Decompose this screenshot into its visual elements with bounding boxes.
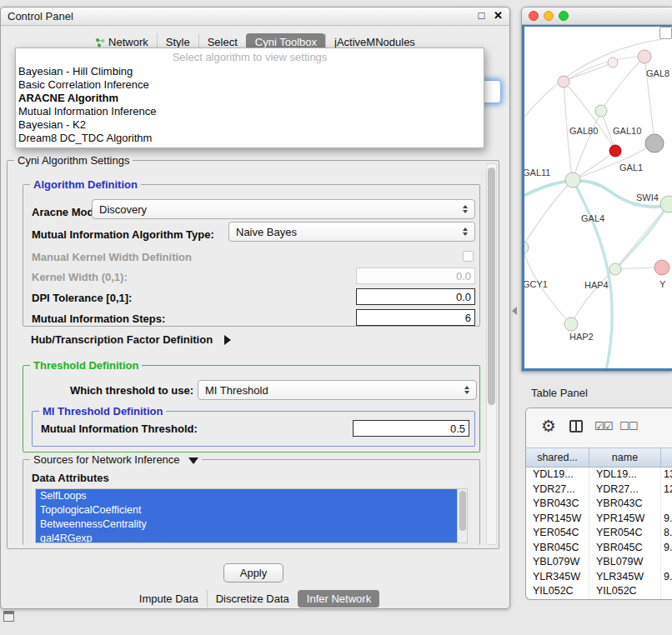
tab-label: Impute Data: [139, 592, 198, 605]
algorithm-option[interactable]: Dream8 DC_TDC Algorithm: [16, 132, 484, 145]
algorithm-option[interactable]: Mutual Information Inference: [16, 105, 484, 118]
algorithm-option[interactable]: Bayesian - Hill Climbing: [16, 65, 484, 78]
attribute-item[interactable]: BetweennessCentrality: [36, 518, 457, 532]
close-window-icon[interactable]: ✕: [494, 9, 503, 22]
table-row[interactable]: YLR345WYLR345W9.: [526, 570, 672, 585]
close-traffic-light-icon[interactable]: [529, 11, 539, 21]
gear-icon[interactable]: ⚙: [541, 416, 556, 436]
network-node[interactable]: [595, 105, 607, 117]
table-row[interactable]: YDL19...YDL19...13: [526, 468, 672, 482]
network-node-pink[interactable]: [654, 260, 669, 275]
network-icon: [95, 38, 105, 48]
attribute-list-scrollbar[interactable]: [457, 489, 467, 542]
network-node[interactable]: [565, 172, 580, 188]
attribute-item[interactable]: gal4RGexp: [36, 532, 457, 543]
tab-label: jActiveMNodules: [334, 36, 415, 48]
node-label: GAL11: [524, 168, 550, 178]
float-window-icon[interactable]: □: [479, 9, 485, 22]
node-label: SWI4: [636, 192, 659, 202]
network-edges: [524, 39, 672, 368]
minimize-traffic-light-icon[interactable]: [544, 11, 554, 21]
network-node[interactable]: [609, 263, 621, 275]
network-frame: GAL8 GAL80 GAL10 GAL11 GAL1 SWI4 GAL4 GC…: [522, 25, 672, 371]
table-row[interactable]: YPR145WYPR145W9.: [526, 512, 672, 527]
network-node[interactable]: [638, 50, 651, 63]
network-node[interactable]: [564, 318, 578, 331]
sources-group: Sources for Network Inference Data Attri…: [23, 459, 480, 545]
mi-steps-label: Mutual Information Steps:: [32, 312, 165, 325]
mi-threshold-field[interactable]: [353, 420, 469, 437]
network-graph: GAL8 GAL80 GAL10 GAL11 GAL1 SWI4 GAL4 GC…: [524, 27, 672, 368]
group-title: Algorithm Definition: [30, 178, 141, 191]
selected-value: MI Threshold: [205, 384, 461, 397]
mi-steps-field[interactable]: [356, 309, 475, 326]
algorithm-placeholder-option[interactable]: Select algorithm to view settings: [16, 50, 484, 65]
columns-icon[interactable]: [569, 420, 583, 432]
algorithm-option[interactable]: Bayesian - K2: [16, 118, 484, 132]
algorithm-definition-group: Algorithm Definition Aracne Mode: Discov…: [23, 184, 480, 327]
dpi-tolerance-field[interactable]: [356, 288, 475, 305]
network-node[interactable]: [608, 58, 618, 68]
tab-label: Discretize Data: [216, 592, 289, 605]
network-node[interactable]: [558, 76, 569, 88]
column-header-shared-name[interactable]: shared...: [526, 448, 589, 467]
settings-scrollbar[interactable]: [486, 163, 497, 545]
combo-stepper-icon: [459, 228, 471, 236]
threshold-definition-group: Threshold Definition Which threshold to …: [23, 365, 480, 452]
tab-discretize-data[interactable]: Discretize Data: [207, 590, 298, 608]
node-label: GAL80: [569, 126, 598, 136]
tab-label: Network: [108, 36, 148, 48]
network-navigator-box[interactable]: [659, 27, 672, 39]
select-all-checkboxes-icon[interactable]: ☑☑: [594, 420, 612, 432]
node-label: GAL4: [581, 213, 604, 223]
table-row[interactable]: YER054CYER054C8.: [526, 526, 672, 541]
group-title: Threshold Definition: [30, 359, 142, 372]
node-label: HAP2: [569, 332, 594, 342]
sources-toggle[interactable]: Sources for Network Inference: [30, 453, 202, 466]
attribute-item[interactable]: TopologicalCoefficient: [36, 503, 457, 518]
mi-threshold-label: Mutual Information Threshold:: [41, 422, 198, 435]
tab-impute-data[interactable]: Impute Data: [131, 590, 207, 608]
mi-algorithm-type-select[interactable]: Naive Bayes: [228, 222, 475, 242]
node-label: GAL8: [646, 68, 669, 78]
algorithm-dropdown-popup: Select algorithm to view settings Bayesi…: [15, 48, 484, 148]
table-toolbar: ⚙ ☑☑ ☐☐: [526, 408, 672, 448]
apply-button[interactable]: Apply: [223, 563, 283, 582]
table-row[interactable]: YIL052CYIL052C: [526, 584, 672, 599]
algorithm-option-selected[interactable]: ARACNE Algorithm: [16, 92, 484, 105]
unselect-all-checkboxes-icon[interactable]: ☐☐: [619, 420, 637, 432]
splitter-collapse-icon[interactable]: [512, 307, 517, 315]
node-label: Y: [659, 279, 666, 289]
column-header-name[interactable]: name: [589, 448, 661, 467]
table-row[interactable]: YBL079WYBL079W: [526, 555, 672, 570]
selected-value: Naive Bayes: [236, 226, 459, 238]
node-label: GCY1: [524, 279, 548, 289]
network-node-selected-red[interactable]: [609, 145, 621, 157]
zoom-traffic-light-icon[interactable]: [559, 11, 569, 21]
kernel-width-field[interactable]: [356, 268, 475, 284]
network-node-gray[interactable]: [645, 134, 664, 152]
table-row[interactable]: YBR045CYBR045C9.: [526, 541, 672, 556]
network-node[interactable]: [524, 241, 529, 254]
window-title: Control Panel: [1, 8, 73, 22]
tab-infer-network[interactable]: Infer Network: [298, 590, 379, 608]
network-window-titlebar[interactable]: [522, 8, 672, 25]
table-row[interactable]: YBR043CYBR043C: [526, 497, 672, 512]
manual-kernel-checkbox[interactable]: [463, 251, 474, 262]
which-threshold-select[interactable]: MI Threshold: [198, 380, 477, 400]
network-node[interactable]: [660, 196, 672, 212]
kernel-width-label: Kernel Width (0,1):: [32, 271, 128, 283]
column-header-partial[interactable]: [661, 448, 672, 467]
cyni-bottom-tabbar: Impute Data Discretize Data Infer Networ…: [1, 590, 509, 608]
group-title: MI Threshold Definition: [39, 405, 166, 418]
algorithm-option[interactable]: Basic Correlation Inference: [16, 78, 484, 92]
table-header: shared... name: [526, 448, 672, 468]
hub-definition-toggle[interactable]: Hub/Transcription Factor Definition: [31, 333, 231, 346]
restore-panel-icon[interactable]: [3, 611, 14, 622]
attribute-item[interactable]: SelfLoops: [36, 489, 457, 503]
collapse-down-icon: [188, 458, 198, 464]
aracne-mode-select[interactable]: Discovery: [92, 199, 475, 219]
tab-label: Style: [166, 36, 190, 48]
table-row[interactable]: YDR27...YDR27...12: [526, 482, 672, 498]
network-canvas[interactable]: GAL8 GAL80 GAL10 GAL11 GAL1 SWI4 GAL4 GC…: [524, 27, 672, 368]
